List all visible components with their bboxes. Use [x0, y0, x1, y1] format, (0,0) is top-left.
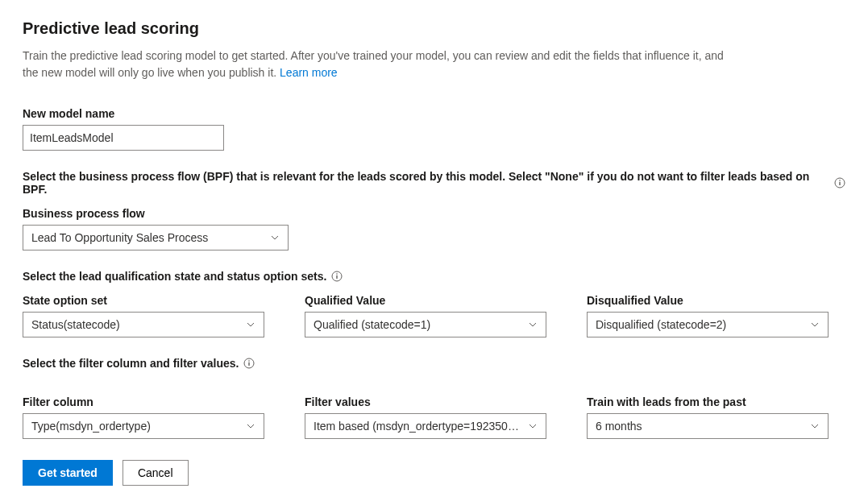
get-started-button[interactable]: Get started: [23, 460, 113, 486]
filter-column-dropdown[interactable]: Type(msdyn_ordertype): [23, 413, 264, 439]
disqualified-value-dropdown[interactable]: Disqualified (statecode=2): [587, 312, 829, 337]
bpf-instruction-text: Select the business process flow (BPF) t…: [23, 170, 829, 196]
info-icon[interactable]: [243, 358, 255, 369]
filter-instruction: Select the filter column and filter valu…: [23, 357, 845, 370]
chevron-down-icon: [810, 320, 820, 329]
train-with-leads-selected: 6 months: [596, 420, 804, 433]
chevron-down-icon: [810, 421, 820, 431]
page-title: Predictive lead scoring: [23, 19, 845, 38]
disqualified-value-label: Disqualified Value: [587, 294, 829, 307]
qualified-value-label: Qualified Value: [305, 294, 546, 307]
svg-point-7: [249, 360, 251, 362]
learn-more-link[interactable]: Learn more: [280, 66, 338, 79]
model-name-label: New model name: [23, 107, 845, 120]
qualification-instruction-text: Select the lead qualification state and …: [23, 270, 326, 283]
bpf-label: Business process flow: [23, 207, 845, 220]
page-intro: Train the predictive lead scoring model …: [23, 48, 732, 81]
state-option-set-selected: Status(statecode): [31, 318, 239, 331]
svg-rect-5: [337, 275, 338, 279]
filter-values-label: Filter values: [305, 395, 546, 408]
info-icon[interactable]: [834, 177, 845, 188]
svg-rect-8: [249, 362, 250, 366]
train-with-leads-label: Train with leads from the past: [587, 395, 829, 408]
filter-column-label: Filter column: [23, 395, 264, 408]
qualified-value-dropdown[interactable]: Qualified (statecode=1): [305, 312, 546, 337]
chevron-down-icon: [246, 320, 255, 329]
filter-values-dropdown[interactable]: Item based (msdyn_ordertype=1923500...: [305, 413, 546, 439]
bpf-dropdown[interactable]: Lead To Opportunity Sales Process: [23, 225, 289, 250]
info-icon[interactable]: [331, 271, 343, 282]
svg-point-4: [337, 273, 338, 275]
cancel-button[interactable]: Cancel: [123, 460, 189, 486]
train-with-leads-dropdown[interactable]: 6 months: [587, 413, 829, 439]
filter-values-selected: Item based (msdyn_ordertype=1923500...: [314, 420, 521, 433]
state-option-set-label: State option set: [23, 294, 264, 307]
qualified-value-selected: Qualified (statecode=1): [314, 318, 521, 331]
chevron-down-icon: [246, 421, 255, 431]
chevron-down-icon: [270, 233, 280, 242]
svg-rect-2: [839, 182, 840, 185]
state-option-set-dropdown[interactable]: Status(statecode): [23, 312, 264, 337]
chevron-down-icon: [528, 320, 538, 329]
filter-instruction-text: Select the filter column and filter valu…: [23, 357, 239, 370]
bpf-instruction: Select the business process flow (BPF) t…: [23, 170, 845, 196]
svg-point-1: [839, 180, 841, 181]
qualification-instruction: Select the lead qualification state and …: [23, 270, 845, 283]
disqualified-value-selected: Disqualified (statecode=2): [596, 318, 804, 331]
chevron-down-icon: [528, 421, 538, 431]
intro-text: Train the predictive lead scoring model …: [23, 49, 724, 79]
model-name-input[interactable]: [23, 125, 224, 151]
bpf-selected: Lead To Opportunity Sales Process: [31, 231, 264, 244]
filter-column-selected: Type(msdyn_ordertype): [31, 420, 239, 433]
